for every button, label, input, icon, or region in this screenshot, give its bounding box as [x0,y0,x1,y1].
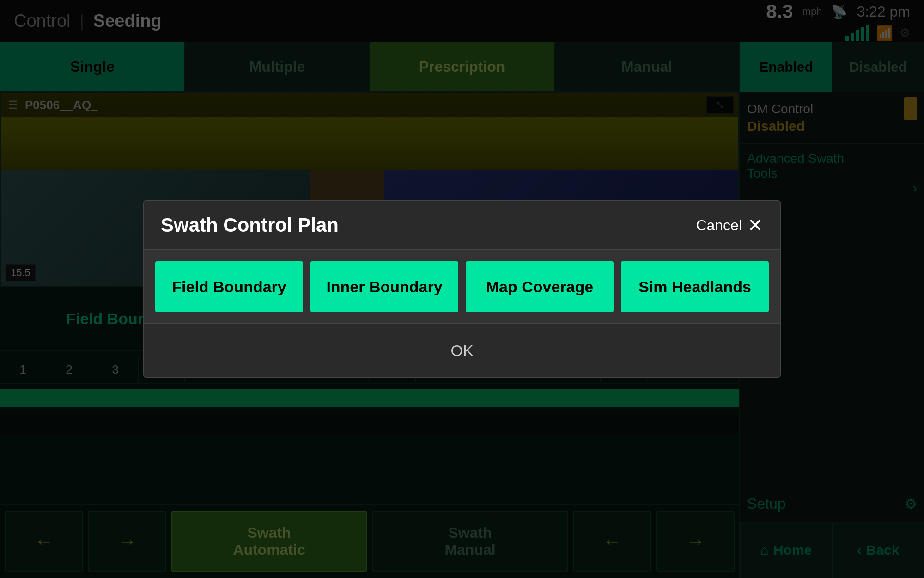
swath-control-plan-modal: Swath Control Plan Cancel ✕ Field Bounda… [143,200,781,378]
inner-boundary-button[interactable]: Inner Boundary [310,261,458,312]
modal-cancel-button[interactable]: Cancel ✕ [696,215,763,236]
modal-body: Field Boundary Inner Boundary Map Covera… [144,250,780,323]
modal-title: Swath Control Plan [161,214,339,236]
modal-footer: OK [144,323,780,377]
modal-overlay: Swath Control Plan Cancel ✕ Field Bounda… [0,0,924,578]
modal-header: Swath Control Plan Cancel ✕ [144,201,780,250]
field-boundary-button[interactable]: Field Boundary [155,261,303,312]
sim-headlands-button[interactable]: Sim Headlands [621,261,769,312]
ok-button[interactable]: OK [154,334,770,367]
map-coverage-button[interactable]: Map Coverage [466,261,614,312]
cancel-label: Cancel [696,217,742,234]
close-icon: ✕ [748,215,763,236]
